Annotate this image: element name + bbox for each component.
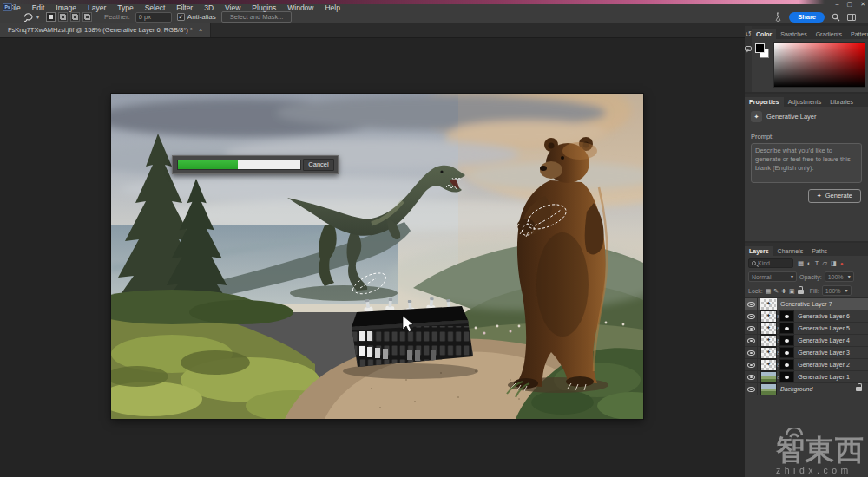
adjustment-layers-filter-icon[interactable]: ◐: [807, 260, 812, 267]
menu-item[interactable]: Help: [319, 3, 345, 12]
eye-icon[interactable]: [747, 338, 755, 343]
layer-row[interactable]: ✦ 8 Generative Layer 4: [745, 335, 868, 347]
eye-icon[interactable]: [747, 350, 755, 356]
layer-row[interactable]: ✦ 8 Generative Layer 5: [745, 323, 868, 335]
layer-row[interactable]: ✦ 8 Generative Layer 6: [745, 310, 868, 323]
menu-item[interactable]: Type: [112, 3, 138, 12]
lock-pixels-icon[interactable]: ✎: [773, 288, 779, 294]
cancel-button[interactable]: Cancel: [303, 159, 334, 171]
menu-item[interactable]: 3D: [199, 3, 219, 12]
minimize-icon[interactable]: –: [836, 1, 839, 8]
tab-color[interactable]: Color: [752, 29, 776, 39]
eye-icon[interactable]: [747, 375, 755, 380]
type-layers-filter-icon[interactable]: T: [815, 260, 819, 267]
menu-item[interactable]: Image: [50, 3, 82, 12]
lock-transparency-icon[interactable]: ▦: [766, 288, 772, 294]
layer-thumbnail[interactable]: ✦: [761, 323, 776, 334]
color-panel-group: ↺ ColorSwatchesGradientsPatterns: [745, 26, 868, 92]
mask-link-icon[interactable]: 8: [777, 338, 779, 343]
close-tab-icon[interactable]: ×: [199, 26, 203, 34]
anti-alias-checkbox[interactable]: ✓: [177, 13, 185, 21]
mask-link-icon[interactable]: 8: [777, 314, 779, 319]
layer-thumbnail[interactable]: ✦: [761, 372, 776, 382]
add-selection-button[interactable]: [58, 12, 68, 22]
mask-link-icon[interactable]: 8: [777, 363, 779, 368]
layer-row[interactable]: ✦ 8 Generative Layer 2: [745, 359, 868, 371]
menu-item[interactable]: Window: [282, 3, 319, 12]
lock-position-icon[interactable]: ✚: [781, 288, 786, 294]
lasso-tool-icon[interactable]: ▾: [23, 12, 39, 23]
eye-icon[interactable]: [747, 302, 755, 307]
search-icon[interactable]: [832, 13, 840, 22]
layer-thumbnail[interactable]: ✦: [761, 311, 776, 322]
beta-flask-icon[interactable]: [774, 12, 782, 22]
mask-link-icon[interactable]: 8: [777, 350, 779, 356]
layer-row[interactable]: ✦ 8 Generative Layer 1: [745, 371, 868, 383]
tab-swatches[interactable]: Swatches: [776, 29, 811, 39]
layer-thumbnail[interactable]: ✦: [761, 348, 776, 358]
tab-libraries[interactable]: Libraries: [825, 97, 858, 107]
mask-link-icon[interactable]: 8: [777, 375, 779, 380]
tab-channels[interactable]: Channels: [773, 246, 808, 256]
layer-thumbnail[interactable]: ✦: [761, 299, 776, 310]
history-panel-icon[interactable]: ↺: [746, 31, 752, 38]
layer-thumbnail[interactable]: ✦: [761, 360, 776, 370]
tab-adjustments[interactable]: Adjustments: [784, 97, 826, 107]
filter-toggle-icon[interactable]: ●: [840, 261, 844, 266]
maximize-icon[interactable]: ▢: [847, 1, 853, 8]
layer-row[interactable]: ✦ 8 Background: [745, 383, 868, 395]
layer-mask-thumbnail[interactable]: [780, 360, 793, 369]
opacity-select[interactable]: 100% ▾: [825, 271, 854, 282]
document-tab[interactable]: FsKnq7TXwAMHzsi.jfif @ 158% (Generative …: [0, 23, 211, 37]
close-icon[interactable]: ✕: [860, 1, 865, 8]
new-selection-button[interactable]: [46, 12, 56, 22]
blend-mode-select[interactable]: Normal ▾: [748, 271, 797, 282]
layer-mask-thumbnail[interactable]: [780, 323, 793, 333]
lock-all-icon[interactable]: [798, 290, 804, 294]
eye-icon[interactable]: [747, 363, 755, 368]
eye-icon[interactable]: [747, 326, 755, 331]
layer-row[interactable]: ✦ 8 Generative Layer 3: [745, 347, 868, 359]
layer-mask-thumbnail[interactable]: [780, 336, 793, 345]
menu-item[interactable]: Plugins: [247, 3, 281, 12]
mask-link-icon[interactable]: 8: [777, 326, 779, 331]
layer-mask-thumbnail[interactable]: [780, 311, 793, 321]
chevron-down-icon: ▾: [845, 288, 848, 293]
eye-icon[interactable]: [747, 387, 755, 392]
canvas[interactable]: Cancel: [111, 94, 643, 419]
layer-mask-thumbnail[interactable]: [780, 348, 793, 357]
menu-item[interactable]: Filter: [171, 3, 198, 12]
smart-objects-filter-icon[interactable]: ◨: [831, 260, 837, 267]
menu-item[interactable]: View: [220, 3, 246, 12]
tab-layers[interactable]: Layers: [745, 246, 773, 256]
layer-thumbnail[interactable]: ✦: [761, 384, 776, 395]
intersect-selection-button[interactable]: [82, 12, 92, 22]
lock-artboard-icon[interactable]: ▣: [789, 288, 795, 294]
layer-search-box[interactable]: Kind: [748, 258, 793, 268]
selection-mode-group: [46, 12, 92, 22]
tab-properties[interactable]: Properties: [745, 97, 784, 107]
layer-thumbnail[interactable]: ✦: [761, 336, 776, 346]
shape-layers-filter-icon[interactable]: ▱: [822, 260, 827, 267]
tab-gradients[interactable]: Gradients: [812, 29, 846, 39]
menu-item[interactable]: Layer: [82, 3, 111, 12]
workspace-switcher-icon[interactable]: [847, 14, 856, 21]
prompt-input[interactable]: [751, 143, 862, 183]
pixel-layers-filter-icon[interactable]: ▦: [798, 260, 804, 267]
layer-mask-thumbnail[interactable]: [780, 372, 793, 382]
tab-patterns[interactable]: Patterns: [846, 29, 868, 39]
subtract-selection-button[interactable]: [70, 12, 80, 22]
saturation-brightness-field[interactable]: [773, 42, 865, 88]
foreground-color-swatch[interactable]: [755, 43, 765, 53]
layer-row[interactable]: ✦ 8 Generative Layer 7: [745, 298, 868, 310]
tab-paths[interactable]: Paths: [807, 246, 832, 256]
select-and-mask-button[interactable]: Select and Mask...: [221, 11, 293, 23]
generate-button[interactable]: ✦ Generate: [808, 189, 861, 203]
feather-input[interactable]: [135, 12, 172, 23]
menu-item[interactable]: Edit: [27, 3, 50, 12]
menu-item[interactable]: Select: [140, 3, 171, 12]
fill-select[interactable]: 100% ▾: [822, 285, 852, 296]
comments-panel-icon[interactable]: [745, 46, 752, 51]
eye-icon[interactable]: [747, 314, 755, 319]
share-button[interactable]: Share: [789, 12, 825, 23]
